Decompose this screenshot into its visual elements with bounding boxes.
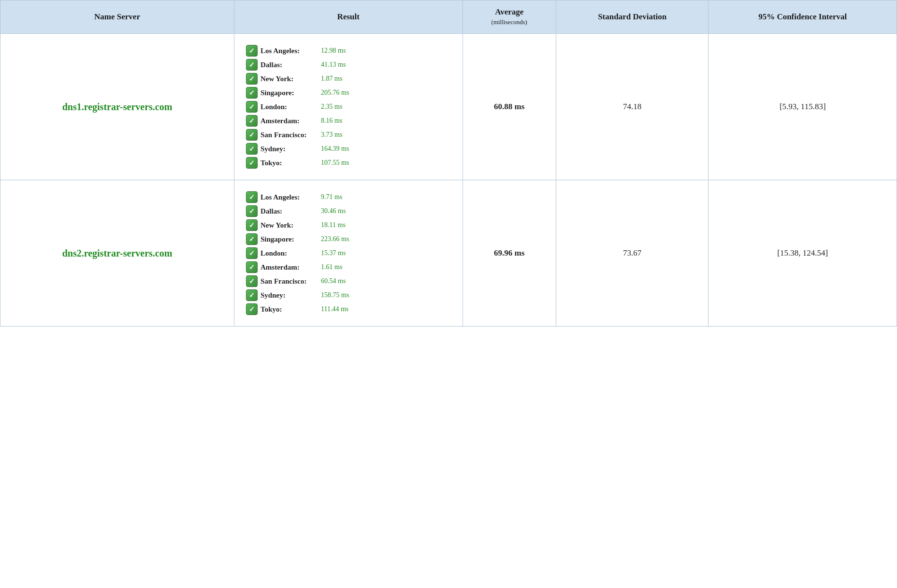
location-name: New York:	[260, 75, 316, 83]
results-cell: Los Angeles:9.71 msDallas:30.46 msNew Yo…	[234, 180, 463, 327]
check-icon	[246, 233, 258, 245]
check-icon	[246, 129, 258, 141]
location-ms: 205.76 ms	[321, 89, 349, 97]
check-icon	[246, 101, 258, 113]
location-ms: 15.37 ms	[321, 249, 346, 257]
location-ms: 1.61 ms	[321, 263, 342, 271]
check-icon	[246, 87, 258, 99]
server-name-cell: dns1.registrar-servers.com	[0, 34, 234, 180]
average-cell: 69.96 ms	[463, 180, 556, 327]
check-icon	[246, 261, 258, 273]
location-ms: 158.75 ms	[321, 291, 349, 299]
check-icon	[246, 143, 258, 155]
stddev-cell: 73.67	[556, 180, 709, 327]
location-ms: 8.16 ms	[321, 117, 342, 125]
result-row: Singapore:205.76 ms	[246, 87, 451, 99]
table-row: dns1.registrar-servers.comLos Angeles:12…	[0, 34, 897, 180]
location-name: Dallas:	[260, 61, 316, 69]
result-row: San Francisco:60.54 ms	[246, 275, 451, 287]
location-name: Singapore:	[260, 89, 316, 97]
check-icon	[246, 303, 258, 315]
location-name: London:	[260, 249, 316, 258]
check-icon	[246, 191, 258, 203]
location-ms: 107.55 ms	[321, 159, 349, 167]
average-cell: 60.88 ms	[463, 34, 556, 180]
header-result: Result	[234, 0, 463, 34]
location-ms: 223.66 ms	[321, 235, 349, 243]
table-row: dns2.registrar-servers.comLos Angeles:9.…	[0, 180, 897, 327]
table-header-row: Name Server Result Average (milliseconds…	[0, 0, 897, 34]
location-name: Sydney:	[260, 291, 316, 300]
result-row: New York:18.11 ms	[246, 219, 451, 231]
result-row: Dallas:30.46 ms	[246, 205, 451, 217]
header-average: Average (milliseconds)	[463, 0, 556, 34]
location-ms: 164.39 ms	[321, 145, 349, 153]
location-name: New York:	[260, 221, 316, 229]
check-icon	[246, 157, 258, 169]
location-name: London:	[260, 103, 316, 111]
result-row: Sydney:164.39 ms	[246, 143, 451, 155]
location-name: Los Angeles:	[260, 47, 316, 55]
ci-cell: [15.38, 124.54]	[709, 180, 897, 327]
location-name: Amsterdam:	[260, 117, 316, 125]
result-row: Dallas:41.13 ms	[246, 59, 451, 71]
location-ms: 12.98 ms	[321, 47, 346, 55]
header-ci: 95% Confidence Interval	[709, 0, 897, 34]
result-row: Tokyo:107.55 ms	[246, 157, 451, 169]
result-row: Amsterdam:8.16 ms	[246, 115, 451, 127]
result-row: Los Angeles:12.98 ms	[246, 45, 451, 57]
check-icon	[246, 219, 258, 231]
result-row: Los Angeles:9.71 ms	[246, 191, 451, 203]
check-icon	[246, 275, 258, 287]
location-ms: 3.73 ms	[321, 131, 342, 139]
check-icon	[246, 59, 258, 71]
location-name: Sydney:	[260, 145, 316, 153]
location-ms: 2.35 ms	[321, 103, 342, 111]
check-icon	[246, 289, 258, 301]
location-name: Los Angeles:	[260, 193, 316, 201]
location-ms: 60.54 ms	[321, 277, 346, 285]
result-row: London:2.35 ms	[246, 101, 451, 113]
location-name: San Francisco:	[260, 277, 316, 286]
result-row: Singapore:223.66 ms	[246, 233, 451, 245]
check-icon	[246, 115, 258, 127]
result-row: San Francisco:3.73 ms	[246, 129, 451, 141]
location-name: San Francisco:	[260, 131, 316, 139]
result-row: Tokyo:111.44 ms	[246, 303, 451, 315]
header-name-server: Name Server	[0, 0, 234, 34]
location-ms: 9.71 ms	[321, 193, 342, 201]
location-ms: 30.46 ms	[321, 207, 346, 215]
result-row: London:15.37 ms	[246, 247, 451, 259]
check-icon	[246, 73, 258, 85]
ci-cell: [5.93, 115.83]	[709, 34, 897, 180]
result-row: Sydney:158.75 ms	[246, 289, 451, 301]
location-name: Singapore:	[260, 235, 316, 244]
header-stddev: Standard Deviation	[556, 0, 709, 34]
location-name: Tokyo:	[260, 305, 316, 314]
check-icon	[246, 45, 258, 57]
result-row: Amsterdam:1.61 ms	[246, 261, 451, 273]
dns-results-table: Name Server Result Average (milliseconds…	[0, 0, 897, 327]
stddev-cell: 74.18	[556, 34, 709, 180]
check-icon	[246, 247, 258, 259]
location-ms: 18.11 ms	[321, 221, 346, 229]
location-ms: 41.13 ms	[321, 61, 346, 69]
check-icon	[246, 205, 258, 217]
server-name-cell: dns2.registrar-servers.com	[0, 180, 234, 327]
location-name: Amsterdam:	[260, 263, 316, 272]
location-ms: 1.87 ms	[321, 75, 342, 83]
results-cell: Los Angeles:12.98 msDallas:41.13 msNew Y…	[234, 34, 463, 180]
location-ms: 111.44 ms	[321, 305, 348, 313]
location-name: Dallas:	[260, 207, 316, 215]
result-row: New York:1.87 ms	[246, 73, 451, 85]
location-name: Tokyo:	[260, 159, 316, 167]
